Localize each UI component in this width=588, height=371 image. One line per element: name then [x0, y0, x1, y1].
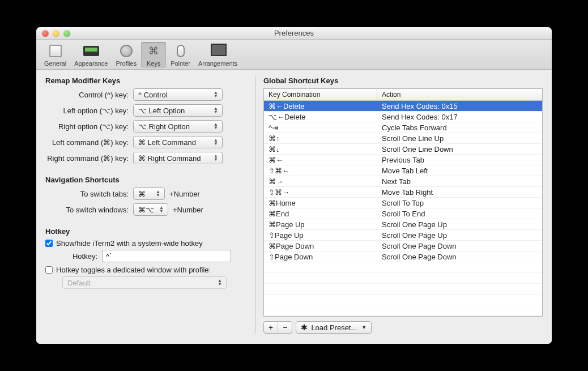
general-icon — [49, 45, 62, 57]
arrangements-icon — [211, 46, 225, 56]
titlebar: Preferences — [36, 27, 552, 40]
table-row[interactable]: ⇧Page DownScroll One Page Down — [264, 251, 542, 262]
appearance-icon — [83, 46, 99, 56]
right-column: Global Shortcut Keys Key Combination Act… — [255, 76, 543, 334]
cell-key-combination: ⇧Page Up — [264, 231, 377, 240]
hotkey-field[interactable] — [102, 250, 231, 262]
gear-icon: ✱ — [301, 323, 308, 332]
remap-label: Control (^) key: — [45, 91, 133, 99]
hotkey-showhide-label: Show/hide iTerm2 with a system-wide hotk… — [56, 239, 203, 248]
col-key-combination[interactable]: Key Combination — [264, 89, 377, 100]
switch-tabs-aux: +Number — [169, 190, 200, 198]
table-row[interactable]: ⌘EndScroll To End — [264, 208, 542, 219]
cell-action: Next Tab — [377, 177, 542, 186]
cell-action: Scroll One Page Down — [377, 242, 542, 250]
cell-key-combination: ⇧Page Down — [264, 253, 377, 261]
table-button-bar: + − ✱ Load Preset... ▼ — [263, 321, 543, 334]
remap-label: Left option (⌥) key: — [45, 106, 133, 115]
table-row[interactable] — [264, 295, 542, 305]
stepper-icon: ▲▼ — [212, 107, 220, 114]
nav-heading: Navigation Shortcuts — [45, 176, 249, 184]
stepper-icon: ▲▼ — [212, 123, 220, 130]
remap-select-0[interactable]: ^ Control▲▼ — [133, 88, 223, 101]
toolbar-general[interactable]: General — [41, 42, 70, 68]
cell-action: Send Hex Codes: 0x15 — [377, 102, 542, 110]
remap-select-1[interactable]: ⌥ Left Option▲▼ — [133, 104, 223, 117]
hotkey-profile-select: Default ▲▼ — [62, 276, 227, 289]
cell-key-combination: ⌘↓ — [264, 145, 377, 153]
table-row[interactable]: ⌘Page DownScroll One Page Down — [264, 241, 542, 251]
hotkey-toggle-label: Hotkey toggles a dedicated window with p… — [56, 266, 211, 274]
table-row[interactable]: ⌘HomeScroll To Top — [264, 198, 542, 208]
keys-icon: ⌘ — [148, 45, 159, 57]
switch-tabs-select[interactable]: ⌘ ▲▼ — [133, 187, 165, 200]
table-row[interactable]: ⇧Page UpScroll One Page Up — [264, 230, 542, 241]
cell-key-combination: ⇧⌘→ — [264, 188, 377, 197]
profiles-icon — [120, 45, 133, 57]
table-row[interactable]: ⌘↑Scroll One Line Up — [264, 133, 542, 144]
cell-key-combination: ^⇥ — [264, 123, 377, 132]
toolbar-appearance[interactable]: Appearance — [71, 42, 111, 68]
table-row[interactable] — [264, 284, 542, 295]
switch-windows-select[interactable]: ⌘⌥ ▲▼ — [133, 203, 168, 216]
hotkey-heading: Hotkey — [45, 227, 249, 236]
cell-action: Previous Tab — [377, 156, 542, 164]
cell-action: Move Tab Left — [377, 167, 542, 175]
stepper-icon: ▲▼ — [154, 190, 162, 197]
remap-select-4[interactable]: ⌘ Right Command▲▼ — [133, 152, 223, 164]
add-remove-segment: + − — [263, 321, 292, 334]
cell-key-combination: ⌘→ — [264, 177, 377, 186]
table-row[interactable]: ^⇥Cycle Tabs Forward — [264, 122, 542, 133]
table-row[interactable]: ⌘Page UpScroll One Page Up — [264, 219, 542, 230]
cell-action: Scroll To End — [377, 210, 542, 218]
add-button[interactable]: + — [264, 322, 278, 333]
cell-key-combination: ⌥←Delete — [264, 113, 377, 121]
toolbar-arrangements[interactable]: Arrangements — [195, 42, 241, 68]
table-row[interactable]: ⌥←DeleteSend Hex Codes: 0x17 — [264, 112, 542, 122]
cell-key-combination: ⌘Home — [264, 199, 377, 207]
table-row[interactable]: ⌘←Previous Tab — [264, 155, 542, 165]
table-body[interactable]: ⌘←DeleteSend Hex Codes: 0x15⌥←DeleteSend… — [264, 101, 542, 316]
remap-heading: Remap Modifier Keys — [45, 76, 249, 85]
table-row[interactable]: ⌘↓Scroll One Line Down — [264, 144, 542, 155]
remap-label: Right option (⌥) key: — [45, 122, 133, 131]
switch-windows-aux: +Number — [173, 206, 203, 214]
cell-key-combination: ⌘↑ — [264, 134, 377, 143]
remap-select-3[interactable]: ⌘ Left Command▲▼ — [133, 136, 223, 148]
col-action[interactable]: Action — [377, 89, 542, 100]
stepper-icon: ▲▼ — [212, 155, 220, 161]
toolbar-profiles[interactable]: Profiles — [112, 42, 140, 68]
table-row[interactable]: ⇧⌘→Move Tab Right — [264, 187, 542, 198]
cell-key-combination: ⇧⌘← — [264, 167, 377, 175]
remap-select-2[interactable]: ⌥ Right Option▲▼ — [133, 120, 223, 133]
load-preset-button[interactable]: ✱ Load Preset... ▼ — [296, 321, 372, 334]
switch-tabs-label: To switch tabs: — [45, 190, 133, 198]
shortcuts-table: Key Combination Action ⌘←DeleteSend Hex … — [263, 88, 543, 317]
cell-action: Scroll One Page Up — [377, 231, 542, 240]
cell-action: Scroll One Page Down — [377, 253, 542, 261]
cell-key-combination: ⌘← — [264, 156, 377, 164]
table-row[interactable] — [264, 262, 542, 273]
cell-action: Move Tab Right — [377, 188, 542, 197]
stepper-icon: ▲▼ — [216, 279, 224, 286]
toolbar-pointer[interactable]: Pointer — [167, 42, 194, 68]
toolbar-keys[interactable]: ⌘ Keys — [141, 42, 166, 68]
hotkey-field-label: Hotkey: — [45, 252, 102, 261]
remove-button[interactable]: − — [278, 322, 292, 333]
preferences-window: Preferences General Appearance Profiles … — [36, 27, 552, 344]
cell-action: Scroll One Line Down — [377, 145, 542, 153]
hotkey-showhide-checkbox[interactable] — [45, 240, 53, 247]
table-row[interactable] — [264, 305, 542, 316]
window-title: Preferences — [36, 29, 552, 37]
table-row[interactable]: ⇧⌘←Move Tab Left — [264, 165, 542, 176]
chevron-down-icon: ▼ — [361, 325, 367, 330]
stepper-icon: ▲▼ — [157, 206, 165, 213]
table-row[interactable] — [264, 273, 542, 284]
hotkey-toggle-checkbox[interactable] — [45, 266, 53, 274]
table-row[interactable]: ⌘→Next Tab — [264, 176, 542, 187]
table-row[interactable]: ⌘←DeleteSend Hex Codes: 0x15 — [264, 101, 542, 112]
cell-key-combination: ⌘Page Up — [264, 220, 377, 229]
shortcuts-heading: Global Shortcut Keys — [263, 76, 543, 85]
cell-key-combination: ⌘←Delete — [264, 102, 377, 110]
cell-key-combination: ⌘Page Down — [264, 242, 377, 250]
